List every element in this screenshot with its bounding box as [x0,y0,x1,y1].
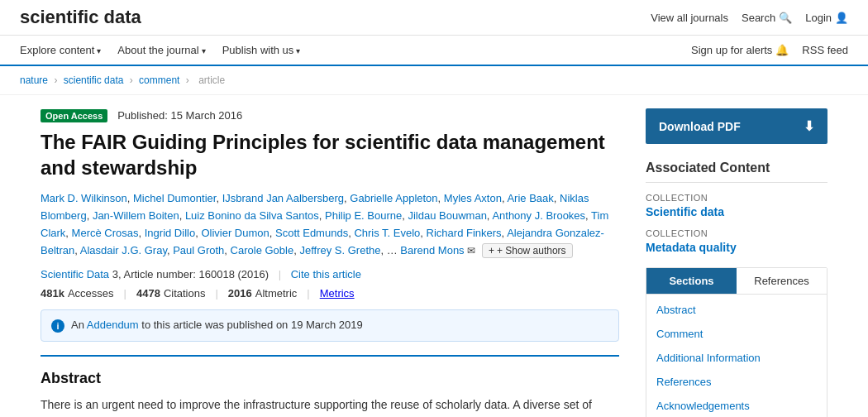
article-content: Open Access Published: 15 March 2016 The… [41,108,619,417]
author-baak[interactable]: Arie Baak [507,192,553,204]
section-additional-info[interactable]: Additional Information [646,346,827,370]
author-grethe[interactable]: Jeffrey S. Grethe [299,244,380,256]
section-abstract[interactable]: Abstract [646,298,827,322]
breadcrumb-comment[interactable]: comment [139,74,179,86]
download-icon: ⬇ [804,118,814,134]
login-button[interactable]: Login 👤 [805,12,848,24]
author-aalbersberg[interactable]: IJsbrand Jan Aalbersberg [222,192,344,204]
site-logo[interactable]: scientific data [20,7,141,28]
author-boiten[interactable]: Jan-Willem Boiten [93,209,179,222]
article-stats: 481k Accesses | 4478 Citations | 2016 Al… [41,287,619,300]
citations-count: 4478 [136,287,160,300]
author-mons[interactable]: Barend Mons [400,244,464,256]
author-brookes[interactable]: Anthony J. Brookes [492,209,585,222]
author-goble[interactable]: Carole Goble [231,244,294,256]
cite-article-link[interactable]: Cite this article [291,268,361,280]
top-nav-right: View all journals Search 🔍 Login 👤 [651,12,848,24]
breadcrumb-sep-3: › [186,74,192,86]
breadcrumb-article: article [198,74,225,86]
article-title: The FAIR Guiding Principles for scientif… [41,129,619,180]
explore-content-menu[interactable]: Explore content [20,44,101,56]
collection-value-1[interactable]: Scientific data [646,205,827,218]
search-label: Search [742,12,775,24]
author-evelo[interactable]: Chris T. Evelo [354,227,420,239]
download-pdf-button[interactable]: Download PDF ⬇ [646,108,827,144]
sub-nav-left: Explore content About the journal Publis… [20,44,300,56]
author-santos[interactable]: Luiz Bonino da Silva Santos [185,209,319,222]
article-meta: Scientific Data 3, Article number: 16001… [41,268,619,280]
section-divider [41,355,619,357]
show-authors-button[interactable]: + + Show authors [482,243,573,258]
sections-panel: Sections References Abstract Comment Add… [646,267,827,417]
author-wilkinson[interactable]: Mark D. Wilkinson [41,192,127,204]
sub-nav-right: Sign up for alerts 🔔 RSS feed [691,44,848,56]
breadcrumb-scientific-data[interactable]: scientific data [64,74,124,86]
search-icon: 🔍 [779,12,792,24]
author-crosas[interactable]: Mercè Crosas [72,227,139,239]
section-acknowledgements[interactable]: Acknowledgements [646,394,827,417]
open-access-badge: Open Access [41,109,107,122]
accesses-count: 481k [41,287,64,300]
collection-label-1: Collection [646,193,827,203]
addendum-link[interactable]: Addendum [87,319,139,331]
about-journal-menu[interactable]: About the journal [117,44,205,56]
addendum-notice: i An Addendum to this article was publis… [41,309,619,342]
stats-sep-2: | [215,287,217,300]
explore-content-label: Explore content [20,44,94,56]
references-tab[interactable]: References [737,268,827,294]
published-date: Published: 15 March 2016 [117,109,242,122]
explore-chevron-icon [97,44,101,56]
top-navigation: scientific data View all journals Search… [0,0,868,36]
section-references[interactable]: References [646,370,827,394]
authors-list: Mark D. Wilkinson, Michel Dumontier, IJs… [41,190,619,259]
author-groth[interactable]: Paul Groth [173,244,224,256]
author-gray[interactable]: Alasdair J.G. Gray [80,244,167,256]
metrics-link[interactable]: Metrics [320,287,355,300]
info-icon: i [51,319,64,333]
author-appleton[interactable]: Gabrielle Appleton [350,192,437,204]
show-authors-label: + Show authors [497,245,566,256]
publish-label: Publish with us [222,44,294,56]
author-finkers[interactable]: Richard Finkers [427,227,502,239]
author-bouwman[interactable]: Jildau Bouwman [408,209,486,222]
download-pdf-label: Download PDF [659,120,741,133]
sections-list: Abstract Comment Additional Information … [646,295,827,417]
stats-sep-3: | [307,287,309,300]
journal-link[interactable]: Scientific Data [41,268,109,280]
bell-icon: 🔔 [775,44,789,56]
sign-up-label: Sign up for alerts [691,44,772,56]
collection-value-2[interactable]: Metadata quality [646,241,827,254]
breadcrumb-sep-1: › [54,74,60,86]
rss-label: RSS feed [802,44,848,56]
year-value: 2016 [228,287,252,300]
sign-up-alerts-link[interactable]: Sign up for alerts 🔔 [691,44,789,56]
search-button[interactable]: Search 🔍 [742,12,792,24]
collection-label-2: Collection [646,228,827,238]
article-number: Article number: 160018 (2016) [123,268,269,280]
volume: 3, [112,268,122,280]
publish-with-us-menu[interactable]: Publish with us [222,44,301,56]
about-journal-label: About the journal [117,44,198,56]
publish-chevron-icon [296,44,300,56]
main-layout: Open Access Published: 15 March 2016 The… [21,95,847,417]
plus-icon: + [489,245,494,256]
author-edmunds[interactable]: Scott Edmunds [275,227,348,239]
stats-sep-1: | [124,287,126,300]
sidebar: Download PDF ⬇ Associated Content Collec… [646,108,827,417]
rss-feed-link[interactable]: RSS feed [802,44,848,56]
about-chevron-icon [202,44,206,56]
login-label: Login [805,12,832,24]
accesses-label: Accesses [68,287,114,300]
author-dumontier[interactable]: Michel Dumontier [133,192,216,204]
author-axton[interactable]: Myles Axton [444,192,502,204]
abstract-text: There is an urgent need to improve the i… [41,395,619,417]
author-bourne[interactable]: Philip E. Bourne [325,209,402,222]
sections-tab[interactable]: Sections [646,268,737,294]
view-all-journals-link[interactable]: View all journals [651,12,728,24]
author-dillo[interactable]: Ingrid Dillo [145,227,195,239]
meta-separator: | [279,268,281,280]
author-dumon[interactable]: Olivier Dumon [201,227,269,239]
breadcrumb: nature › scientific data › comment › art… [0,66,868,95]
section-comment[interactable]: Comment [646,322,827,346]
breadcrumb-nature[interactable]: nature [20,74,48,86]
